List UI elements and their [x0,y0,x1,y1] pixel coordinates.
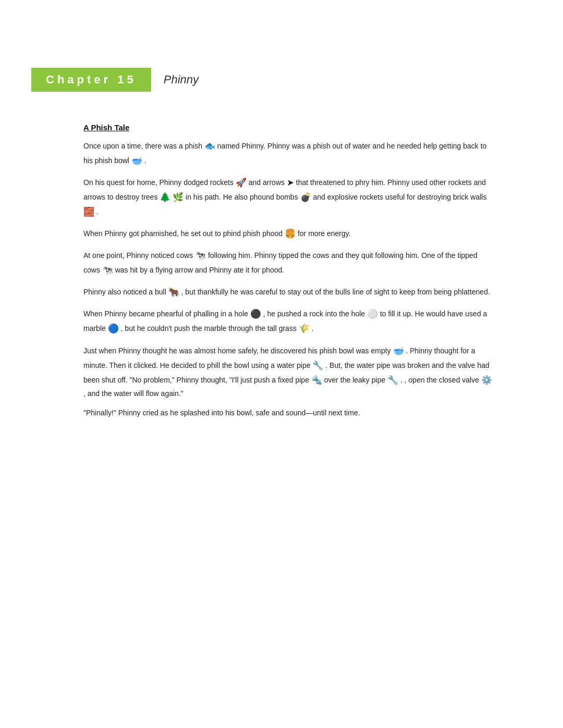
leaky-pipe-icon: 🔧 [387,375,398,385]
phish-icon: 🐟 [204,141,215,151]
p2-text-after: and explosive rockets useful for destroy… [313,193,486,201]
cow-icon-1: 🐄 [195,251,206,261]
paragraph-3: When Phinny got phamished, he set out to… [83,227,495,241]
p1-text-before: Once upon a time, there was a phish [83,142,204,150]
hole-dark-icon: ⚫ [250,309,261,319]
tree-icon-1: 🌲 [160,192,170,202]
paragraph-8: "Phinally!" Phinny cried as he splashed … [83,407,495,419]
page-container: Chapter 15 Phinny A Phish Tale Once upon… [0,68,563,728]
rocket-icon: 🚀 [236,178,247,188]
cow-icon-2: 🐄 [102,265,113,275]
paragraph-6: When Phinny became phearful of phalling … [83,307,495,336]
chapter-title-box: Chapter 15 [31,68,151,92]
tree-icon-2: 🌿 [173,192,183,202]
p2-text-end: . [96,207,99,216]
grass-icon: 🌾 [299,324,310,334]
story-title: A Phish Tale [83,123,495,132]
p6-text-middle: , he pushed a rock into the hole [263,310,367,318]
valve-icon: ⚙️ [481,375,492,385]
p1-text-after: . [144,156,146,165]
p7-text-after: , and the water will flow again." [83,389,183,398]
chapter-title: Chapter 15 [46,73,137,86]
chapter-header: Chapter 15 Phinny [0,68,563,92]
paragraph-4: At one point, Phinny noticed cows 🐄 foll… [83,249,495,278]
p5-text-before: Phinny also noticed a bull [83,288,168,296]
p2-text-middle3: in his path. He also phound bombs [186,193,300,201]
p7-text-middle3: over the leaky pipe [324,375,387,384]
fixed-pipe-icon: 🔩 [311,375,322,385]
main-content: A Phish Tale Once upon a time, there was… [0,123,563,419]
p4-text-after: was hit by a flying arrow and Phinny ate… [115,266,285,274]
p3-text-after: for more energy. [298,229,351,238]
p6-text-after: . [312,324,314,332]
empty-bowl-icon: 🥣 [393,346,404,356]
paragraph-7: Just when Phinny thought he was almost h… [83,344,495,400]
p7-text-before: Just when Phinny thought he was almost h… [83,346,393,354]
paragraph-5: Phinny also noticed a bull 🐂 , but thank… [83,285,495,300]
bull-icon: 🐂 [168,287,179,297]
pipe-icon: 🔧 [312,361,323,371]
wall-icon: 🧱 [83,207,94,217]
p6-text-before: When Phinny became phearful of phalling … [83,310,250,318]
p7-text-middle4: . , open the closed valve [400,375,479,384]
p5-text-after: , but thankfully he was careful to stay … [181,288,490,296]
rock-icon: ⚪ [367,309,378,319]
food-icon: 🍔 [285,229,296,239]
paragraph-1: Once upon a time, there was a phish 🐟 na… [83,139,495,168]
bowl-icon: 🥣 [131,156,142,166]
chapter-subtitle: Phinny [164,73,199,87]
bomb-icon: 💣 [300,192,311,202]
paragraph-2: On his quest for home, Phinny dodged roc… [83,176,495,219]
p2-text-before: On his quest for home, Phinny dodged roc… [83,178,236,187]
p8-text: "Phinally!" Phinny cried as he splashed … [83,409,360,417]
p6-text-middle3: , but he couldn't push the marble throug… [121,324,299,332]
marble-icon: 🔵 [108,324,119,334]
p3-text-before: When Phinny got phamished, he set out to… [83,229,285,238]
arrow-icon: ➤ [287,178,294,188]
p4-text-before: At one point, Phinny noticed cows [83,251,195,260]
p2-and-arrows: and arrows [249,178,287,187]
